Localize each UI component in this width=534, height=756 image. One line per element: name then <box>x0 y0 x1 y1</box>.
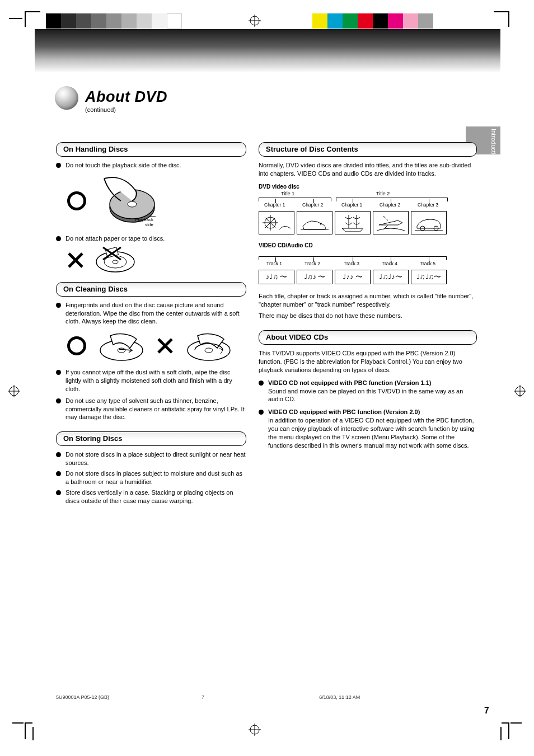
handling-illustration-good: Playback side <box>67 173 246 229</box>
dvd-diagram-label: DVD video disc <box>259 184 477 190</box>
footer-timestamp: 6/18/03, 11:12 AM <box>319 694 360 700</box>
section-header-structure: Structure of Disc Contents <box>259 142 477 157</box>
bullet-icon <box>56 236 61 241</box>
cleaning-bullet-1: Fingerprints and dust on the disc cause … <box>56 301 246 326</box>
ng-mark-icon <box>67 252 84 269</box>
pbc-bullet-2-label: VIDEO CD equipped with PBC function (Ver… <box>268 408 420 415</box>
title1-label: Title 1 <box>281 191 294 196</box>
thumb-airplane <box>373 211 409 234</box>
bullet-icon <box>56 471 61 476</box>
bullet-icon <box>56 370 61 375</box>
cleaning-bullet-3-text: Do not use any type of solvent such as t… <box>65 397 246 422</box>
cleaning-illustration-row <box>67 329 246 363</box>
handling-illustration-bad <box>67 246 246 274</box>
grayscale-swatch-bar <box>46 13 182 29</box>
footer-page-left: 7 <box>202 694 204 700</box>
crop-mark-tl <box>25 11 40 27</box>
storing-bullet-2: Do not store discs in places subject to … <box>56 469 246 486</box>
page-subtitle: (continued) <box>85 106 116 113</box>
chapter2-label: Chapter 2 <box>302 202 323 208</box>
thumb-ship-wheel <box>259 211 294 234</box>
footer-doc-ref-text: 5U90001A P05-12 (GB) <box>56 694 109 700</box>
thumb-notes-1: ♪♩♫ 〜 <box>259 270 294 284</box>
section-header-handling: On Handling Discs <box>56 142 246 157</box>
structure-para-3: There may be discs that do not have thes… <box>259 312 477 320</box>
header-gradient-band <box>35 29 500 73</box>
handling-bullet-2-text: Do not attach paper or tape to discs. <box>65 234 246 243</box>
storing-bullet-1: Do not store discs in a place subject to… <box>56 450 246 467</box>
ok-mark-icon <box>67 336 86 355</box>
cleaning-bullet-2: If you cannot wipe off the dust with a s… <box>56 368 246 393</box>
bullet-icon <box>259 381 264 386</box>
chapter4-label: Chapter 2 <box>380 202 400 208</box>
pbc-bullet-2-body: In addition to operation of a VIDEO CD n… <box>268 417 475 449</box>
handling-bullet-1: Do not touch the playback side of the di… <box>56 161 246 170</box>
storing-bullet-3-text: Store discs vertically in a case. Stacki… <box>65 489 246 505</box>
track5-label: Track 5 <box>420 261 435 266</box>
track3-label: Track 3 <box>344 261 359 266</box>
bullet-icon <box>259 410 264 415</box>
section-thumb-tab-label: Introduction <box>490 129 497 161</box>
handling-bullet-1-text: Do not touch the playback side of the di… <box>65 161 246 170</box>
disc-tape-illustration <box>93 246 138 274</box>
storing-bullet-2-text: Do not store discs in places subject to … <box>65 469 246 486</box>
crop-mark-tr <box>494 11 509 27</box>
pbc-bullet-1-body: Sound and movie can be played on this TV… <box>268 388 463 403</box>
bullet-icon <box>56 303 61 308</box>
cleaning-bullet-3: Do not use any type of solvent such as t… <box>56 397 246 422</box>
bullet-icon <box>56 398 61 403</box>
crop-mark-br <box>502 722 509 739</box>
bullet-icon <box>56 452 61 457</box>
header-sphere-icon <box>55 86 78 110</box>
thumb-notes-2: ♩♫♪ 〜 <box>297 270 332 284</box>
title2-label: Title 2 <box>376 191 390 196</box>
pbc-para-1: This TV/DVD supports VIDEO CDs equipped … <box>259 349 477 374</box>
crop-mark-bl <box>25 722 32 739</box>
bullet-icon <box>56 490 61 495</box>
track1-label: Track 1 <box>266 261 282 266</box>
thumb-notes-4: ♩♫♩♪〜 <box>373 270 409 284</box>
thumb-sailing-ship <box>335 211 371 234</box>
dvd-structure-diagram: DVD video disc Title 1 Title 2 Chapter 1… <box>259 184 477 234</box>
chapter1-label: Chapter 1 <box>264 202 285 208</box>
cd-diagram-label: VIDEO CD/Audio CD <box>259 242 477 248</box>
cleaning-bullet-2-text: If you cannot wipe off the dust with a s… <box>65 368 246 393</box>
registration-mark-top <box>249 15 261 27</box>
storing-bullet-3: Store discs vertically in a case. Stacki… <box>56 489 246 505</box>
page-title: About DVD <box>85 88 167 106</box>
section-header-pbc: About VIDEO CDs <box>259 330 477 345</box>
chapter5-label: Chapter 3 <box>418 202 438 208</box>
section-header-cleaning: On Cleaning Discs <box>56 282 246 297</box>
storing-bullet-1-text: Do not store discs in a place subject to… <box>65 450 246 467</box>
wipe-circular-illustration <box>184 329 234 363</box>
section-header-storing: On Storing Discs <box>56 431 246 446</box>
structure-para-2: Each title, chapter or track is assigned… <box>259 292 477 309</box>
track4-label: Track 4 <box>382 261 397 266</box>
registration-mark-right <box>514 385 526 397</box>
bullet-icon <box>56 163 61 168</box>
svg-text:side: side <box>145 222 153 227</box>
registration-mark-left <box>8 385 20 397</box>
thumb-notes-3: ♩♪♪ 〜 <box>335 270 371 284</box>
track2-label: Track 2 <box>305 261 320 266</box>
svg-point-14 <box>128 201 137 207</box>
pbc-bullet-1: VIDEO CD not equipped with PBC function … <box>259 379 477 404</box>
svg-point-32 <box>320 223 322 224</box>
color-swatch-bar <box>312 13 433 29</box>
pbc-bullet-2: VIDEO CD equipped with PBC function (Ver… <box>259 408 477 449</box>
svg-point-26 <box>205 348 213 353</box>
thumb-car <box>411 211 447 234</box>
disc-holding-illustration: Playback side <box>93 173 166 229</box>
structure-para-1: Normally, DVD video discs are divided in… <box>259 161 477 178</box>
playback-side-callout: Playback <box>135 217 154 222</box>
registration-mark-bottom <box>249 724 261 736</box>
page-number: 7 <box>484 706 489 716</box>
handling-bullet-2: Do not attach paper or tape to discs. <box>56 234 246 243</box>
chapter3-label: Chapter 1 <box>341 202 362 208</box>
cd-structure-diagram: VIDEO CD/Audio CD Track 1 Track 2 Track … <box>259 242 477 284</box>
ng-mark-icon <box>157 337 174 354</box>
thumb-notes-5: ♩♫♩♫〜 <box>411 270 447 284</box>
cleaning-bullet-1-text: Fingerprints and dust on the disc cause … <box>65 301 246 326</box>
pbc-bullet-1-label: VIDEO CD not equipped with PBC function … <box>268 379 432 386</box>
footer-doc-ref: 5U90001A P05-12 (GB) 7 6/18/03, 11:12 AM <box>56 694 360 700</box>
